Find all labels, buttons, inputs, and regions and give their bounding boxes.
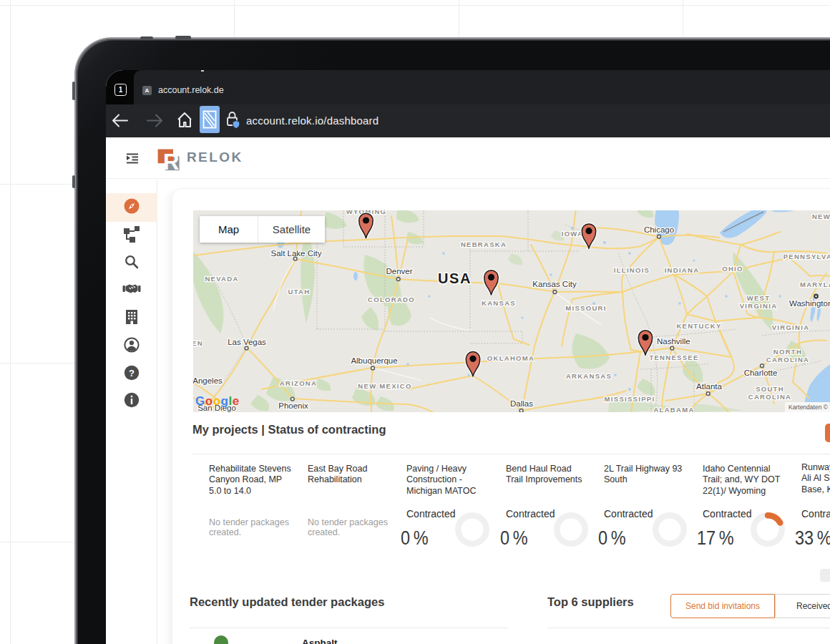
svg-text:UTAH: UTAH xyxy=(288,288,311,296)
svg-text:Salt Lake City: Salt Lake City xyxy=(271,249,322,258)
svg-text:WEST: WEST xyxy=(747,294,771,302)
svg-text:VIRGINIA: VIRGINIA xyxy=(772,323,810,331)
svg-text:R: R xyxy=(163,150,179,174)
svg-text:COLORADO: COLORADO xyxy=(368,296,415,303)
svg-text:USA: USA xyxy=(438,270,472,286)
svg-text:CAROLINA: CAROLINA xyxy=(766,356,810,364)
svg-text:MISSISSIPPI: MISSISSIPPI xyxy=(605,395,655,403)
svg-text:Charlotte: Charlotte xyxy=(744,369,778,377)
svg-text:KENTUCKY: KENTUCKY xyxy=(676,322,721,330)
svg-text:Phoenix: Phoenix xyxy=(278,401,308,410)
svg-text:ALABAMA: ALABAMA xyxy=(653,406,694,412)
svg-text:TENNESSEE: TENNESSEE xyxy=(649,353,698,361)
svg-text:ARIZONA: ARIZONA xyxy=(280,379,317,387)
svg-text:NEBRASKA: NEBRASKA xyxy=(461,240,507,248)
svg-text:Nashville: Nashville xyxy=(657,337,690,346)
svg-text:SOUTH: SOUTH xyxy=(756,385,784,393)
svg-text:IEN: IEN xyxy=(193,339,203,347)
svg-text:Chicago: Chicago xyxy=(644,225,674,234)
svg-text:ARKANSAS: ARKANSAS xyxy=(566,372,612,380)
svg-text:Denver: Denver xyxy=(386,267,412,275)
svg-text:?: ? xyxy=(129,368,135,379)
svg-text:CAROLINA: CAROLINA xyxy=(748,393,792,401)
svg-text:MARYLA: MARYLA xyxy=(800,280,830,288)
svg-text:MISSOURI: MISSOURI xyxy=(565,304,606,312)
svg-text:Kansas City: Kansas City xyxy=(532,280,577,288)
svg-text:INDIANA: INDIANA xyxy=(665,266,700,274)
svg-text:Atlanta: Atlanta xyxy=(696,382,722,391)
svg-text:OKLAHOMA: OKLAHOMA xyxy=(487,354,534,362)
svg-text:IOWA: IOWA xyxy=(562,230,584,238)
svg-text:VIRGINIA: VIRGINIA xyxy=(740,302,778,310)
svg-text:Angeles: Angeles xyxy=(193,376,223,385)
svg-text:Las Vegas: Las Vegas xyxy=(228,338,266,346)
svg-text:NEVADA: NEVADA xyxy=(205,275,238,283)
svg-text:NEW MEXICO: NEW MEXICO xyxy=(358,382,411,390)
svg-text:NEW: NEW xyxy=(812,213,830,220)
svg-text:Albuquerque: Albuquerque xyxy=(351,356,397,365)
svg-text:KANSAS: KANSAS xyxy=(482,299,516,307)
svg-text:NORTH: NORTH xyxy=(773,348,802,356)
svg-text:ILLINOIS: ILLINOIS xyxy=(614,266,650,274)
svg-text:Dallas: Dallas xyxy=(510,399,533,408)
svg-text:Washington: Washington xyxy=(789,299,830,308)
svg-text:OHIO: OHIO xyxy=(722,265,743,273)
svg-text:PENNSYLVANIA: PENNSYLVANIA xyxy=(783,253,830,260)
